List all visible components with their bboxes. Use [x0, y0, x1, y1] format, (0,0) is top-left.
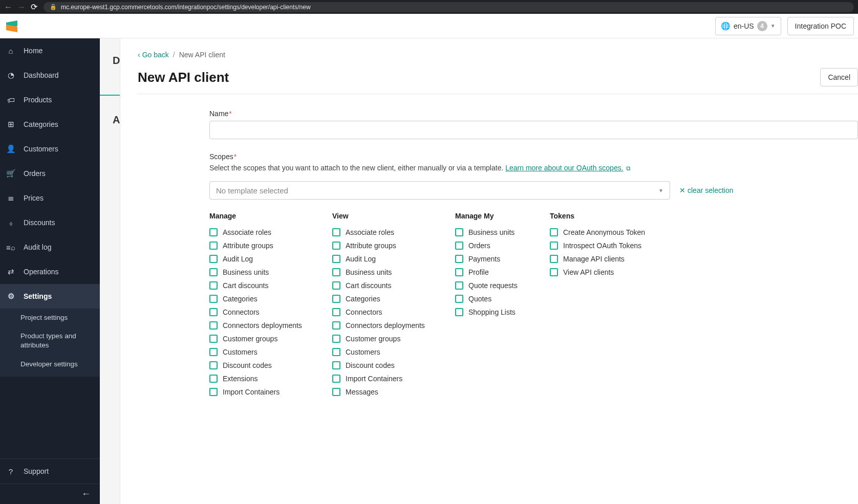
scope-checkbox-row[interactable]: View API clients — [550, 268, 652, 276]
scope-checkbox-row[interactable]: Quotes — [455, 295, 534, 303]
checkbox-icon[interactable] — [455, 295, 463, 303]
checkbox-icon[interactable] — [332, 348, 340, 356]
checkbox-icon[interactable] — [209, 375, 218, 383]
checkbox-icon[interactable] — [332, 242, 340, 250]
checkbox-icon[interactable] — [209, 388, 218, 396]
template-select[interactable]: No template selected ▼ — [209, 181, 670, 200]
sidebar-collapse-button[interactable]: ← — [0, 484, 100, 504]
checkbox-icon[interactable] — [332, 255, 340, 263]
checkbox-icon[interactable] — [209, 281, 218, 290]
locale-selector[interactable]: 🌐 en-US 4 ▼ — [715, 17, 781, 35]
checkbox-icon[interactable] — [550, 228, 558, 236]
checkbox-icon[interactable] — [209, 242, 218, 250]
address-bar[interactable]: 🔒 mc.europe-west1.gcp.commercetools.com/… — [44, 2, 854, 12]
scope-checkbox-row[interactable]: Business units — [455, 228, 534, 236]
sidebar-item-dashboard[interactable]: ◔ Dashboard — [0, 63, 100, 87]
nav-reload-icon[interactable]: ⟳ — [31, 2, 37, 12]
scope-checkbox-row[interactable]: Audit Log — [332, 255, 440, 263]
sidebar-item-audit-log[interactable]: ≡⌕ Audit log — [0, 235, 100, 259]
checkbox-icon[interactable] — [209, 228, 218, 236]
scope-checkbox-row[interactable]: Extensions — [209, 375, 317, 383]
sidebar-sub-project-settings[interactable]: Project settings — [0, 309, 100, 327]
checkbox-icon[interactable] — [209, 268, 218, 276]
scope-checkbox-row[interactable]: Messages — [332, 388, 440, 396]
checkbox-icon[interactable] — [455, 255, 463, 263]
sidebar-sub-product-types[interactable]: Product types and attributes — [0, 327, 100, 355]
logo[interactable] — [6, 20, 17, 32]
scope-checkbox-row[interactable]: Payments — [455, 255, 534, 263]
scope-checkbox-row[interactable]: Orders — [455, 242, 534, 250]
nav-forward-icon[interactable]: → — [17, 3, 26, 12]
checkbox-icon[interactable] — [455, 228, 463, 236]
scope-checkbox-row[interactable]: Customer groups — [209, 335, 317, 343]
scope-checkbox-row[interactable]: Customer groups — [332, 335, 440, 343]
checkbox-icon[interactable] — [455, 281, 463, 290]
scope-checkbox-row[interactable]: Attribute groups — [209, 242, 317, 250]
clear-selection-button[interactable]: ✕ clear selection — [679, 186, 734, 194]
checkbox-icon[interactable] — [455, 268, 463, 276]
go-back-link[interactable]: ‹ Go back — [138, 51, 169, 59]
sidebar-item-orders[interactable]: 🛒 Orders — [0, 161, 100, 186]
sidebar-item-operations[interactable]: ⇄ Operations — [0, 259, 100, 284]
sidebar-item-customers[interactable]: 👤 Customers — [0, 137, 100, 161]
checkbox-icon[interactable] — [332, 321, 340, 330]
scope-checkbox-row[interactable]: Categories — [332, 295, 440, 303]
checkbox-icon[interactable] — [209, 335, 218, 343]
checkbox-icon[interactable] — [209, 348, 218, 356]
checkbox-icon[interactable] — [209, 295, 218, 303]
scope-checkbox-row[interactable]: Manage API clients — [550, 255, 652, 263]
sidebar-item-home[interactable]: ⌂ Home — [0, 38, 100, 63]
scope-checkbox-row[interactable]: Associate roles — [332, 228, 440, 236]
checkbox-icon[interactable] — [550, 242, 558, 250]
scope-checkbox-row[interactable]: Import Containers — [332, 375, 440, 383]
scope-checkbox-row[interactable]: Quote requests — [455, 281, 534, 290]
scope-checkbox-row[interactable]: Shopping Lists — [455, 308, 534, 316]
scope-checkbox-row[interactable]: Associate roles — [209, 228, 317, 236]
checkbox-icon[interactable] — [332, 268, 340, 276]
checkbox-icon[interactable] — [332, 228, 340, 236]
checkbox-icon[interactable] — [332, 335, 340, 343]
sidebar-sub-developer-settings[interactable]: Developer settings — [0, 355, 100, 374]
sidebar-item-discounts[interactable]: ⬨ Discounts — [0, 210, 100, 235]
checkbox-icon[interactable] — [332, 281, 340, 290]
scope-checkbox-row[interactable]: Customers — [332, 348, 440, 356]
scope-checkbox-row[interactable]: Connectors — [332, 308, 440, 316]
sidebar-item-categories[interactable]: ⊞ Categories — [0, 112, 100, 137]
checkbox-icon[interactable] — [209, 255, 218, 263]
checkbox-icon[interactable] — [455, 308, 463, 316]
checkbox-icon[interactable] — [455, 242, 463, 250]
scope-checkbox-row[interactable]: Categories — [209, 295, 317, 303]
scope-checkbox-row[interactable]: Discount codes — [209, 361, 317, 369]
scope-checkbox-row[interactable]: Connectors — [209, 308, 317, 316]
name-input[interactable] — [209, 121, 858, 139]
scope-checkbox-row[interactable]: Profile — [455, 268, 534, 276]
checkbox-icon[interactable] — [332, 375, 340, 383]
checkbox-icon[interactable] — [209, 308, 218, 316]
checkbox-icon[interactable] — [332, 388, 340, 396]
scope-checkbox-row[interactable]: Business units — [209, 268, 317, 276]
scope-checkbox-row[interactable]: Business units — [332, 268, 440, 276]
scope-checkbox-row[interactable]: Introspect OAuth Tokens — [550, 242, 652, 250]
checkbox-icon[interactable] — [332, 295, 340, 303]
checkbox-icon[interactable] — [332, 308, 340, 316]
scope-checkbox-row[interactable]: Import Containers — [209, 388, 317, 396]
scope-checkbox-row[interactable]: Discount codes — [332, 361, 440, 369]
scope-checkbox-row[interactable]: Connectors deployments — [332, 321, 440, 330]
scope-checkbox-row[interactable]: Audit Log — [209, 255, 317, 263]
scope-checkbox-row[interactable]: Attribute groups — [332, 242, 440, 250]
sidebar-item-prices[interactable]: ≣ Prices — [0, 186, 100, 210]
checkbox-icon[interactable] — [550, 268, 558, 276]
oauth-scopes-link[interactable]: Learn more about our OAuth scopes. — [505, 164, 623, 172]
scope-checkbox-row[interactable]: Customers — [209, 348, 317, 356]
nav-back-icon[interactable]: ← — [4, 3, 12, 12]
checkbox-icon[interactable] — [332, 361, 340, 369]
scope-checkbox-row[interactable]: Cart discounts — [332, 281, 440, 290]
scope-checkbox-row[interactable]: Cart discounts — [209, 281, 317, 290]
sidebar-item-settings[interactable]: ⚙ Settings — [0, 284, 100, 309]
checkbox-icon[interactable] — [550, 255, 558, 263]
project-selector[interactable]: Integration POC — [787, 17, 854, 35]
sidebar-item-support[interactable]: ? Support — [0, 459, 100, 484]
checkbox-icon[interactable] — [209, 321, 218, 330]
cancel-button[interactable]: Cancel — [820, 68, 858, 86]
scope-checkbox-row[interactable]: Connectors deployments — [209, 321, 317, 330]
